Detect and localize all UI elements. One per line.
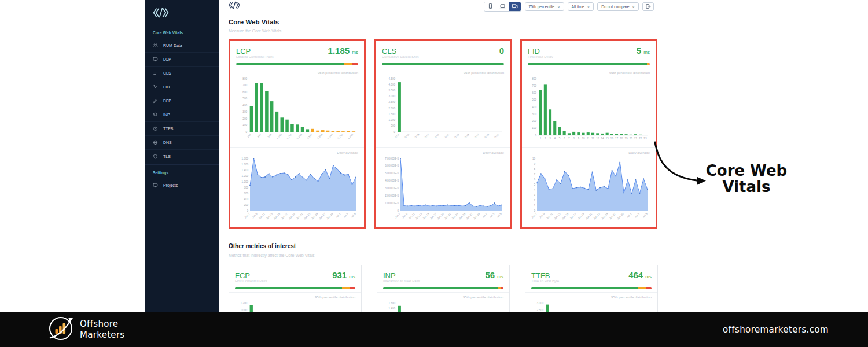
card-value: 5 ms <box>637 46 650 56</box>
sidebar-item-lcp[interactable]: LCP <box>145 52 219 66</box>
sidebar-item-cls[interactable]: CLS <box>145 66 219 80</box>
histogram-label: 95th percentile distribution <box>531 296 652 301</box>
svg-text:4.180: 4.180 <box>347 133 354 140</box>
svg-text:2.00000E-5: 2.00000E-5 <box>385 194 399 197</box>
sidebar-item-ttfb[interactable]: TTFB <box>145 121 219 135</box>
svg-text:2.587: 2.587 <box>306 133 313 140</box>
svg-text:800: 800 <box>244 186 248 189</box>
svg-text:199: 199 <box>247 133 252 138</box>
threshold-progress-bar <box>531 287 652 289</box>
card-value: 0 <box>499 46 504 56</box>
sidebar-item-rum-data[interactable]: RUM Data <box>145 38 219 52</box>
svg-text:Jun 21: Jun 21 <box>444 212 452 220</box>
svg-text:Jun 25: Jun 25 <box>458 212 466 220</box>
sidebar-item-label: Projects <box>163 183 178 187</box>
svg-text:13: 13 <box>596 137 599 140</box>
daily-average-area-chart: 109876543210Jun 7Jun 9Jun 11Jun 13Jun 15… <box>528 156 650 227</box>
section2-title: Other metrics of interest <box>229 243 296 249</box>
sidebar-item-inp[interactable]: INP <box>145 108 219 121</box>
svg-text:Jul 1: Jul 1 <box>481 212 488 219</box>
svg-text:600: 600 <box>242 91 247 94</box>
svg-text:Jun 11: Jun 11 <box>408 212 415 220</box>
divider <box>525 292 657 293</box>
svg-text:0: 0 <box>534 209 535 212</box>
threshold-progress-bar <box>528 63 650 65</box>
svg-text:0.17: 0.17 <box>474 133 480 139</box>
svg-text:Jun 17: Jun 17 <box>429 212 437 220</box>
page-title: Core Web Vitals <box>229 19 279 25</box>
svg-text:17: 17 <box>615 137 619 140</box>
time-range-select[interactable]: All time ∨ <box>568 2 594 11</box>
histogram-label: 95th percentile distribution <box>383 296 503 301</box>
sidebar-item-label: LCP <box>163 57 171 61</box>
footer: Offshore Marketers offshoremarketers.com <box>0 312 868 347</box>
card-unit: ms <box>352 50 358 55</box>
svg-text:Jun 27: Jun 27 <box>609 212 617 220</box>
svg-text:Jul 3: Jul 3 <box>634 212 641 219</box>
compare-select[interactable]: Do not compare ∨ <box>597 2 639 11</box>
svg-text:Jun 11: Jun 11 <box>546 212 553 220</box>
progress-segment <box>383 287 498 289</box>
device-toggle-mobile[interactable] <box>484 2 496 11</box>
percentile-select[interactable]: 75th percentile ∨ <box>525 2 564 11</box>
app-logo-icon <box>145 0 219 21</box>
svg-text:Jun 15: Jun 15 <box>561 212 569 220</box>
divider <box>230 147 364 148</box>
svg-text:6.00000E-5: 6.00000E-5 <box>385 164 399 167</box>
sidebar-item-fcp[interactable]: FCP <box>145 94 219 108</box>
svg-text:0: 0 <box>397 209 399 212</box>
percentile-histogram-chart: 4.5004.0003.5003.0002.5002.0001.5001.000… <box>382 76 504 145</box>
footer-brand: Offshore Marketers <box>47 315 124 344</box>
svg-text:4.500: 4.500 <box>389 77 396 80</box>
svg-text:Jun 23: Jun 23 <box>593 212 601 220</box>
svg-text:Jun 9: Jun 9 <box>251 212 258 219</box>
svg-text:6: 6 <box>564 137 565 140</box>
annotation-line-1: Core Web <box>689 163 804 179</box>
svg-text:400: 400 <box>532 106 536 109</box>
svg-text:3: 3 <box>534 194 535 197</box>
svg-text:2.985: 2.985 <box>317 133 323 140</box>
card-unit: ms <box>643 50 650 55</box>
svg-text:Jun 7: Jun 7 <box>531 212 538 219</box>
svg-text:Jun 13: Jun 13 <box>266 212 274 220</box>
svg-text:23: 23 <box>643 137 647 140</box>
card-description: First Contentful Paint <box>235 279 355 285</box>
svg-text:Jun 25: Jun 25 <box>601 212 609 220</box>
chevron-down-icon: ∨ <box>632 5 635 9</box>
svg-text:0.15: 0.15 <box>464 133 470 139</box>
monitor-icon <box>153 57 158 62</box>
sidebar-item-label: CLS <box>163 71 171 75</box>
svg-text:Jun 19: Jun 19 <box>436 212 444 220</box>
divider <box>229 292 361 293</box>
device-toggle-laptop-mobile[interactable] <box>509 2 521 11</box>
svg-text:20: 20 <box>630 137 633 140</box>
card-title: TTFB <box>531 271 550 280</box>
export-button[interactable] <box>642 2 654 11</box>
device-toggle-laptop[interactable] <box>496 2 509 11</box>
daily-average-area-chart: 7.00000E-56.00000E-55.00000E-54.00000E-5… <box>382 156 504 227</box>
svg-text:8: 8 <box>573 137 575 140</box>
mobile-icon <box>487 2 494 11</box>
monitor-icon <box>153 183 158 188</box>
cursor-icon <box>153 84 158 90</box>
sidebar-item-fid[interactable]: FID <box>145 80 219 94</box>
topbar-controls: 75th percentile ∨ All time ∨ Do not comp… <box>484 2 654 12</box>
svg-text:3.000: 3.000 <box>537 302 544 305</box>
svg-text:22: 22 <box>639 137 642 140</box>
footer-brand-name: Offshore Marketers <box>80 319 124 341</box>
svg-text:4: 4 <box>554 137 556 140</box>
svg-text:600: 600 <box>244 192 248 195</box>
svg-text:10: 10 <box>532 157 536 160</box>
svg-text:1.200: 1.200 <box>241 302 248 305</box>
sidebar-item-projects[interactable]: Projects <box>145 178 219 192</box>
chevron-down-icon: ∨ <box>587 5 590 9</box>
offshore-marketers-logo-icon <box>47 315 74 344</box>
svg-text:3.782: 3.782 <box>337 133 344 140</box>
histogram-label: 95th percentile distribution <box>235 296 355 301</box>
sidebar-item-label: INP <box>163 113 170 117</box>
card-title: FID <box>528 47 540 56</box>
sidebar-item-dns[interactable]: DNS <box>145 135 219 149</box>
threshold-progress-bar <box>382 63 504 65</box>
svg-text:1.000: 1.000 <box>389 119 396 121</box>
sidebar-item-tls[interactable]: TLS <box>145 149 219 163</box>
